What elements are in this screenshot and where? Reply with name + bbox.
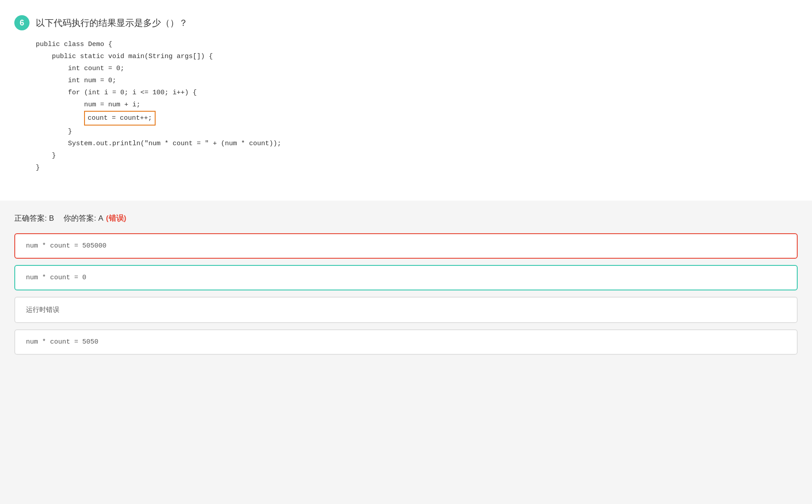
highlighted-code: count = count++;	[84, 111, 156, 126]
question-header: 6 以下代码执行的结果显示是多少（）？	[14, 14, 798, 30]
code-line-9: }	[36, 150, 798, 162]
option-a-text: num * count = 505000	[26, 242, 106, 250]
option-d-text: num * count = 5050	[26, 338, 98, 346]
option-d[interactable]: num * count = 5050	[14, 329, 798, 355]
code-line-8: System.out.println("num * count = " + (n…	[36, 138, 798, 150]
code-line-3: int count = 0;	[36, 63, 798, 75]
code-block: public class Demo { public static void m…	[14, 38, 798, 174]
question-title: 以下代码执行的结果显示是多少（）？	[36, 14, 188, 29]
code-line-highlighted: count = count++;	[36, 111, 798, 126]
question-section: 6 以下代码执行的结果显示是多少（）？ public class Demo { …	[0, 0, 812, 201]
question-number: 6	[14, 15, 30, 30]
option-b[interactable]: num * count = 0	[14, 265, 798, 290]
your-answer-label: 你的答案: A	[63, 213, 103, 223]
code-line-4: int num = 0;	[36, 75, 798, 87]
code-line-5: for (int i = 0; i <= 100; i++) {	[36, 87, 798, 99]
option-a[interactable]: num * count = 505000	[14, 233, 798, 259]
option-b-text: num * count = 0	[26, 274, 86, 281]
wrong-label: (错误)	[106, 213, 126, 223]
answer-section: 正确答案: B 你的答案: A (错误) num * count = 50500…	[0, 201, 812, 379]
code-line-10: }	[36, 162, 798, 174]
option-c-text: 运行时错误	[26, 306, 59, 313]
code-line-6: num = num + i;	[36, 99, 798, 111]
code-line-2: public static void main(String args[]) {	[36, 50, 798, 63]
answer-header: 正确答案: B 你的答案: A (错误)	[14, 213, 798, 223]
option-c[interactable]: 运行时错误	[14, 297, 798, 323]
code-line-1: public class Demo {	[36, 38, 798, 50]
correct-answer-label: 正确答案: B	[14, 213, 54, 223]
code-line-7: }	[36, 126, 798, 138]
